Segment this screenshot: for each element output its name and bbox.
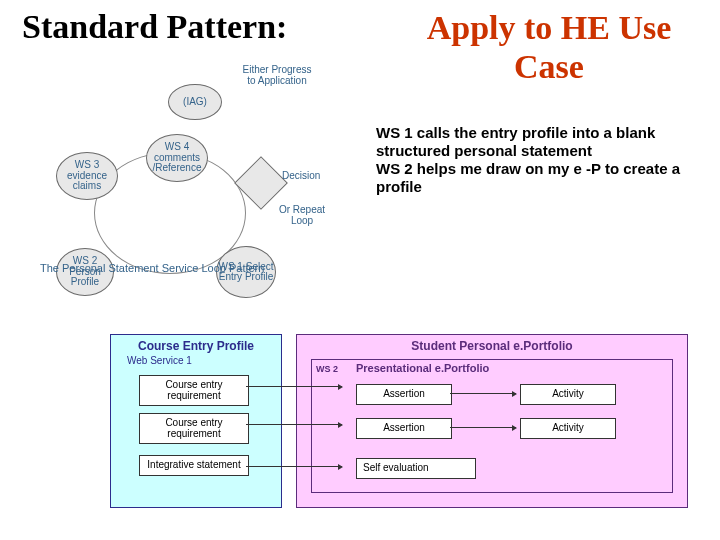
- panel-ws2: WS 2 Presentational e.Portfolio Assertio…: [311, 359, 673, 493]
- slide: Standard Pattern: Apply to HE Use Case W…: [0, 0, 720, 540]
- panel-left-title: Course Entry Profile: [111, 339, 281, 353]
- arrow-left-1: [246, 386, 342, 387]
- label-either: Either Progress to Application: [238, 64, 316, 86]
- bottom-diagram: Course Entry Profile Web Service 1 Cours…: [110, 334, 700, 518]
- panel-left-sub: Web Service 1: [127, 355, 192, 366]
- title-left: Standard Pattern:: [22, 8, 287, 46]
- arrow-left-2: [246, 424, 342, 425]
- panel-right-title: Student Personal e.Portfolio: [297, 339, 687, 353]
- box-course-req-2: Course entry requirement: [139, 413, 249, 444]
- ws2-tag: WS 2: [316, 364, 338, 374]
- panel-course-entry: Course Entry Profile Web Service 1 Cours…: [110, 334, 282, 508]
- arrow-2: [450, 427, 516, 428]
- node-iag: (IAG): [168, 84, 222, 120]
- label-or: Or Repeat Loop: [272, 204, 332, 226]
- box-course-req-1: Course entry requirement: [139, 375, 249, 406]
- node-ws4: WS 4 comments /Reference: [146, 134, 208, 182]
- label-decision: Decision: [282, 170, 320, 181]
- box-assertion-1: Assertion: [356, 384, 452, 405]
- loop-caption: The Personal Statement Service Loop Patt…: [40, 262, 264, 274]
- ws2-title: Presentational e.Portfolio: [356, 362, 489, 374]
- box-assertion-2: Assertion: [356, 418, 452, 439]
- arrow-1: [450, 393, 516, 394]
- box-activity-2: Activity: [520, 418, 616, 439]
- body-text: WS 1 calls the entry profile into a blan…: [376, 124, 686, 196]
- title-right: Apply to HE Use Case: [414, 8, 684, 86]
- box-integrative: Integrative statement: [139, 455, 249, 476]
- panel-student-portfolio: Student Personal e.Portfolio WS 2 Presen…: [296, 334, 688, 508]
- node-ws3: WS 3 evidence claims: [56, 152, 118, 200]
- box-self-eval: Self evaluation: [356, 458, 476, 479]
- arrow-left-3: [246, 466, 342, 467]
- box-activity-1: Activity: [520, 384, 616, 405]
- loop-diagram: Either Progress to Application (IAG) WS …: [20, 58, 368, 328]
